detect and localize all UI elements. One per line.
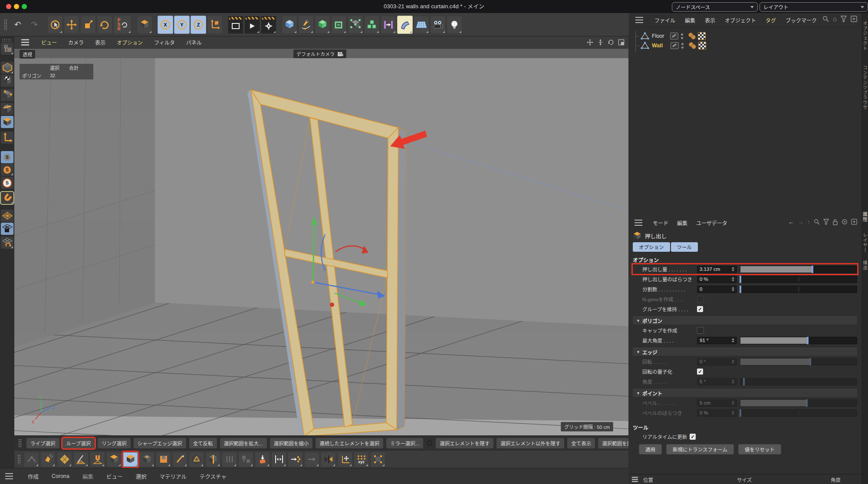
bridge-tool-button[interactable]	[24, 452, 39, 467]
forward-icon[interactable]: →	[798, 218, 804, 225]
tab-options[interactable]: オプション	[633, 242, 670, 252]
psr-tool-button[interactable]: PSR	[113, 16, 132, 34]
primitive-cube-button[interactable]	[282, 16, 297, 34]
viewport-menu-camera[interactable]: カメラ	[68, 39, 84, 46]
point-mode-button[interactable]	[1, 89, 13, 101]
z-axis-lock-button[interactable]: Z	[191, 16, 206, 34]
target-icon[interactable]	[842, 219, 848, 225]
viewport-menu-display[interactable]: 表示	[95, 39, 105, 46]
om-menu-view[interactable]: 表示	[705, 16, 715, 24]
angle-input[interactable]: 5 °	[697, 378, 737, 385]
render-view-button[interactable]	[228, 16, 243, 34]
volume-generator-button[interactable]	[348, 16, 363, 34]
sharp-edge-selection-button[interactable]: シャープエッジ選択	[134, 438, 186, 448]
modeling-toolbar-grip[interactable]	[17, 454, 21, 464]
ring-selection-button[interactable]: リング選択	[98, 438, 131, 448]
stepper-icon[interactable]	[732, 267, 734, 271]
bevel-tool-button[interactable]	[106, 452, 122, 467]
texture-tag-icon[interactable]	[698, 32, 706, 40]
projection-label[interactable]: 透視	[20, 50, 35, 59]
phong-tag-icon[interactable]	[688, 33, 696, 40]
inner-extrude-tool-button[interactable]	[139, 452, 155, 467]
om-menu-object[interactable]: オブジェクト	[725, 16, 756, 24]
line-cut-tool-button[interactable]	[73, 452, 89, 467]
viewport-rotate-icon[interactable]	[607, 38, 615, 46]
om-menu-edit[interactable]: 編集	[685, 16, 695, 24]
max-angle-input[interactable]: 91 °	[697, 337, 737, 344]
edit-toggle-icon[interactable]	[670, 33, 678, 40]
model-mode-button[interactable]	[1, 62, 13, 74]
edge-mode-button[interactable]	[1, 103, 13, 115]
redo-button[interactable]: ↷	[26, 16, 42, 34]
section-point[interactable]: ▼ポイント	[633, 389, 857, 398]
section-edge[interactable]: ▼エッジ	[633, 348, 857, 356]
melt-tool-button[interactable]	[304, 452, 319, 467]
array-modeling-button[interactable]	[364, 16, 380, 34]
rotation-slider[interactable]	[740, 358, 857, 365]
angle-slider[interactable]	[740, 378, 857, 385]
stepper-icon[interactable]	[732, 277, 734, 281]
tab-attributes[interactable]: 属性	[862, 212, 868, 222]
gizmo-red-handle[interactable]	[330, 303, 334, 307]
am-menu-userdata[interactable]: ユーザデータ	[696, 219, 727, 227]
coordinate-system-button[interactable]	[207, 16, 223, 34]
bevel-slider[interactable]	[740, 399, 857, 407]
search-icon[interactable]	[822, 16, 829, 22]
xyz-points-button[interactable]: xyz	[354, 452, 369, 467]
knife-tool-button[interactable]	[172, 452, 187, 467]
max-angle-slider[interactable]	[740, 337, 857, 344]
viewport-menu-options[interactable]: オプション	[117, 39, 143, 46]
select-connected-button[interactable]: 連続したエレメントを選択	[316, 438, 383, 448]
snap-toggle-button[interactable]: S	[1, 151, 13, 163]
split-tool-button[interactable]	[271, 452, 286, 467]
subdivision-surface-button[interactable]	[315, 16, 330, 34]
realtime-update-checkbox[interactable]: ✓	[690, 434, 696, 440]
viewport-menu-filter[interactable]: フィルタ	[154, 39, 175, 46]
stepper-icon[interactable]	[732, 401, 734, 405]
lock-workplane-button[interactable]	[1, 223, 13, 235]
make-editable-button[interactable]	[1, 43, 13, 55]
invert-all-button[interactable]: 全て反転	[189, 438, 217, 448]
rotate-tool-button[interactable]	[97, 16, 112, 34]
search-icon[interactable]	[814, 219, 820, 225]
viewport-zoom-icon[interactable]	[596, 38, 604, 46]
om-menu-bookmark[interactable]: ブックマーク	[786, 16, 817, 24]
weld-tool-button[interactable]	[238, 452, 253, 467]
tab-layers[interactable]: レイヤー	[862, 233, 868, 253]
magnet-tool-button[interactable]	[90, 452, 105, 467]
apply-button[interactable]: 適用	[639, 444, 662, 454]
create-caps-checkbox[interactable]	[697, 327, 704, 334]
menu-edit[interactable]: 編集	[82, 472, 93, 481]
x-axis-lock-button[interactable]: X	[158, 16, 173, 34]
axis-modify-button[interactable]	[337, 452, 352, 467]
matrix-extrude-tool-button[interactable]	[189, 452, 204, 467]
polygon-pen-button[interactable]	[40, 452, 56, 467]
viewport-canvas[interactable]: Y Z X	[14, 49, 628, 435]
mirror-tool-button[interactable]	[321, 452, 336, 467]
phong-tag-icon[interactable]	[689, 42, 697, 49]
stepper-icon[interactable]	[732, 359, 734, 364]
enable-axis-button[interactable]	[1, 132, 13, 144]
snap-2d-button[interactable]: S	[1, 177, 13, 189]
om-menu-file[interactable]: ファイル	[654, 16, 675, 24]
grow-selection-button[interactable]: 選択範囲を拡大...	[220, 438, 267, 448]
rotation-input[interactable]: 0 °	[697, 358, 737, 365]
bevel-variance-slider[interactable]	[740, 409, 857, 417]
smooth-shift-tool-button[interactable]	[156, 452, 171, 467]
offset-input[interactable]: 3.137 cm	[697, 266, 737, 273]
lock-icon[interactable]	[832, 219, 838, 225]
bottom-menu-icon[interactable]	[5, 476, 13, 477]
offset-slider[interactable]	[740, 266, 857, 273]
object-row-floor[interactable]: Floor	[629, 31, 861, 41]
object-manager-menu-icon[interactable]	[635, 20, 643, 21]
preserve-groups-checkbox[interactable]: ✓	[697, 306, 703, 312]
stitch-and-sew-button[interactable]	[222, 452, 237, 467]
reset-values-button[interactable]: 値をリセット	[738, 444, 781, 454]
home-icon[interactable]: ⌂	[833, 16, 837, 22]
polygon-mode-button[interactable]	[1, 116, 13, 128]
subdivision-slider[interactable]	[740, 286, 857, 293]
menu-corona[interactable]: Corona	[52, 473, 69, 479]
ngons-checkbox[interactable]	[697, 296, 704, 303]
bevel-variance-input[interactable]: 0 %	[697, 409, 737, 417]
render-settings-button[interactable]	[261, 16, 276, 34]
